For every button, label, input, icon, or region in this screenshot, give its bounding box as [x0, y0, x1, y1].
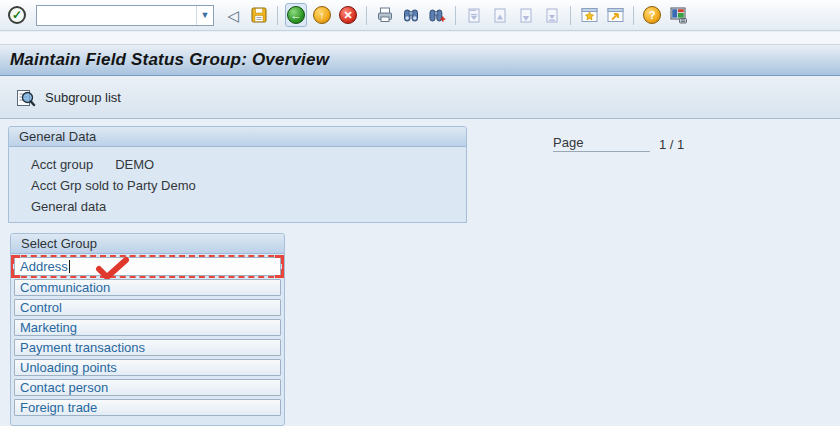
last-page-icon	[543, 6, 561, 24]
enter-button[interactable]: ✓	[6, 3, 28, 27]
back-button[interactable]: ←	[285, 3, 307, 27]
acct-group-label: Acct group	[31, 157, 93, 172]
print-icon	[376, 6, 394, 24]
subgroup-list-label: Subgroup list	[45, 90, 121, 105]
page-down-button[interactable]	[515, 3, 537, 27]
new-session-icon	[580, 6, 599, 24]
cancel-button[interactable]: ✕	[337, 3, 359, 27]
toolbar-separator	[455, 6, 456, 25]
toolbar-separator	[366, 6, 367, 25]
first-page-icon	[465, 6, 483, 24]
toolbar-separator	[570, 6, 571, 25]
find-next-icon	[428, 6, 446, 24]
toolbar-separator	[277, 6, 278, 25]
create-shortcut-icon	[606, 6, 625, 24]
last-page-button[interactable]	[541, 3, 563, 27]
text-cursor	[69, 260, 70, 273]
find-next-button[interactable]	[426, 3, 448, 27]
general-data-box: General Data Acct groupDEMO Acct Grp sol…	[8, 126, 467, 223]
chevron-down-icon[interactable]: ▼	[196, 6, 213, 25]
page-up-icon	[491, 6, 509, 24]
subgroup-list-button[interactable]: Subgroup list	[8, 85, 128, 111]
back-icon: ←	[287, 6, 305, 24]
acct-group-value: DEMO	[115, 157, 154, 172]
command-input[interactable]	[37, 6, 196, 25]
menu-band	[0, 32, 840, 44]
toolbar-separator	[633, 6, 634, 25]
group-item-marketing[interactable]: Marketing	[14, 319, 281, 336]
sap-gui-window: ✓ ▼ ◁ ← ↑ ✕	[0, 0, 840, 426]
back-nav-button[interactable]: ◁	[222, 3, 244, 27]
general-data-header: General Data	[9, 127, 466, 147]
group-item-payment-transactions[interactable]: Payment transactions	[14, 339, 281, 356]
general-data-rows: Acct groupDEMO Acct Grp sold to Party De…	[9, 147, 466, 217]
general-data-text: General data	[31, 196, 466, 217]
page-up-button[interactable]	[489, 3, 511, 27]
group-item-unloading-points[interactable]: Unloading points	[14, 359, 281, 376]
group-item-address[interactable]: Address	[14, 257, 281, 276]
exit-icon: ↑	[313, 6, 331, 24]
group-item-communication[interactable]: Communication	[14, 279, 281, 296]
customize-layout-button[interactable]	[667, 3, 689, 27]
command-field-wrap: ▼	[36, 5, 214, 26]
save-button[interactable]	[248, 3, 270, 27]
page-label: Page	[553, 135, 650, 152]
cancel-icon: ✕	[339, 6, 357, 24]
page-field: Page 1 / 1	[553, 135, 684, 152]
find-button[interactable]	[400, 3, 422, 27]
application-toolbar: Subgroup list	[0, 77, 840, 119]
print-button[interactable]	[374, 3, 396, 27]
page-down-icon	[517, 6, 535, 24]
group-item-contact-person[interactable]: Contact person	[14, 379, 281, 396]
help-icon: ?	[643, 6, 661, 24]
enter-icon: ✓	[8, 6, 26, 24]
exit-button[interactable]: ↑	[311, 3, 333, 27]
help-button[interactable]: ?	[641, 3, 663, 27]
select-group-box: Select Group Address Communication Contr…	[10, 233, 285, 426]
select-group-header: Select Group	[11, 234, 284, 254]
subgroup-list-icon	[15, 88, 36, 108]
new-session-button[interactable]	[578, 3, 600, 27]
back-nav-icon: ◁	[227, 8, 239, 23]
save-icon	[250, 6, 268, 24]
select-group-rows: Address Communication Control Marketing …	[11, 254, 284, 416]
acct-group-row: Acct groupDEMO	[31, 154, 466, 175]
create-shortcut-button[interactable]	[604, 3, 626, 27]
page-title: Maintain Field Status Group: Overview	[10, 50, 329, 70]
content-area: General Data Acct groupDEMO Acct Grp sol…	[0, 120, 840, 426]
group-item-foreign-trade[interactable]: Foreign trade	[14, 399, 281, 416]
standard-toolbar: ✓ ▼ ◁ ← ↑ ✕	[0, 0, 840, 31]
customize-layout-icon	[669, 6, 688, 24]
find-icon	[402, 6, 420, 24]
group-item-control[interactable]: Control	[14, 299, 281, 316]
acct-group-description: Acct Grp sold to Party Demo	[31, 175, 466, 196]
group-item-label: Address	[20, 259, 68, 274]
title-bar: Maintain Field Status Group: Overview	[0, 44, 840, 76]
page-value: 1 / 1	[659, 137, 684, 152]
first-page-button[interactable]	[463, 3, 485, 27]
